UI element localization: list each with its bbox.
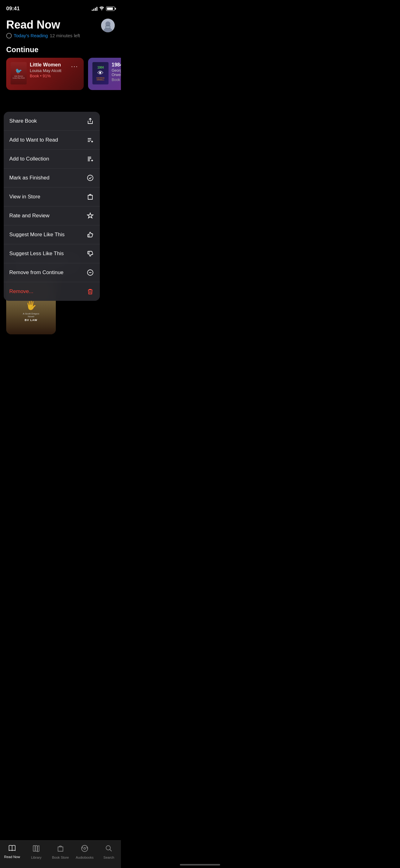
add-to-list-icon xyxy=(86,136,94,144)
more-options-button[interactable]: ··· xyxy=(70,62,79,70)
continue-section-title: Continue xyxy=(0,42,121,58)
checkmark-circle-icon xyxy=(86,174,94,182)
context-menu-label-mark-finished: Mark as Finished xyxy=(9,175,49,181)
context-menu-item-want-to-read[interactable]: Add to Want to Read xyxy=(4,131,100,150)
battery-icon xyxy=(106,6,115,11)
book-card-header-lw: 🐦 Little WomenLouisa May Alcott Little W… xyxy=(10,62,79,85)
context-menu-item-suggest-less[interactable]: Suggest Less Like This xyxy=(4,244,100,263)
star-icon xyxy=(86,212,94,220)
bag-icon xyxy=(86,193,94,201)
reading-goal-time: 12 minutes left xyxy=(49,33,80,38)
little-women-cover-art: 🐦 xyxy=(15,68,22,74)
thumbs-up-icon xyxy=(86,231,94,239)
context-menu-item-mark-finished[interactable]: Mark as Finished xyxy=(4,168,100,187)
book-author-little-women: Louisa May Alcott xyxy=(30,68,67,73)
book-title-little-women: Little Women xyxy=(30,62,67,68)
book-card-header-1984: 1984 👁 GEORGEORWELL 1984 George Orwell B… xyxy=(92,62,121,85)
trash-icon xyxy=(86,287,94,296)
book-card-little-women[interactable]: 🐦 Little WomenLouisa May Alcott Little W… xyxy=(6,58,84,90)
context-menu-label-remove: Remove... xyxy=(9,288,33,294)
add-collection-icon xyxy=(86,155,94,163)
book-cover-little-women: 🐦 Little WomenLouisa May Alcott xyxy=(10,62,27,85)
reading-goal: Today's Reading 12 minutes left xyxy=(6,33,80,38)
book-card-1984[interactable]: 1984 👁 GEORGEORWELL 1984 George Orwell B… xyxy=(88,58,121,90)
context-menu-label-share: Share Book xyxy=(9,118,37,124)
context-menu-item-view-store[interactable]: View in Store xyxy=(4,187,100,207)
status-bar: 09:41 xyxy=(0,0,121,16)
status-time: 09:41 xyxy=(6,6,20,12)
status-icons xyxy=(92,6,115,11)
header: Read Now Today's Reading 12 minutes left xyxy=(0,16,121,42)
avatar[interactable] xyxy=(101,19,115,32)
wifi-icon xyxy=(99,6,104,11)
header-left: Read Now Today's Reading 12 minutes left xyxy=(6,19,80,38)
context-menu-item-share[interactable]: Share Book xyxy=(4,112,100,131)
minus-circle-icon xyxy=(86,269,94,277)
thumbs-down-icon xyxy=(86,250,94,258)
context-menu-label-want-to-read: Add to Want to Read xyxy=(9,137,58,143)
book-info-1984: 1984 George Orwell Book • 31% xyxy=(112,62,121,82)
book-title-1984: 1984 xyxy=(112,62,121,68)
context-menu-label-rate-review: Rate and Review xyxy=(9,213,49,219)
book-info-lw: Little Women Louisa May Alcott Book • 91… xyxy=(30,62,67,78)
svg-point-17 xyxy=(88,175,93,181)
book-author-1984: George Orwell xyxy=(112,68,121,77)
share-icon xyxy=(86,117,94,125)
page-title: Read Now xyxy=(6,19,80,31)
context-menu-item-suggest-more[interactable]: Suggest More Like This xyxy=(4,225,100,244)
reading-goal-label: Today's Reading xyxy=(14,33,48,38)
signal-icon xyxy=(92,6,97,11)
svg-point-0 xyxy=(101,10,102,10)
context-menu-label-suggest-more: Suggest More Like This xyxy=(9,231,65,238)
context-menu-item-rate-review[interactable]: Rate and Review xyxy=(4,207,100,225)
books-row: 🐦 Little WomenLouisa May Alcott Little W… xyxy=(0,58,121,90)
goal-circle-icon xyxy=(6,33,12,38)
context-menu: Share Book Add to Want to Read Add to Co… xyxy=(4,112,100,301)
context-menu-label-remove-continue: Remove from Continue xyxy=(9,270,64,276)
context-menu-item-remove-continue[interactable]: Remove from Continue xyxy=(4,263,100,282)
context-menu-item-add-collection[interactable]: Add to Collection xyxy=(4,150,100,168)
svg-rect-5 xyxy=(106,26,110,28)
book-meta-1984: Book • 31% xyxy=(112,78,121,82)
book-meta-little-women: Book • 91% xyxy=(30,73,67,78)
book-cover-1984: 1984 👁 GEORGEORWELL xyxy=(92,62,108,85)
context-menu-label-add-collection: Add to Collection xyxy=(9,156,49,162)
context-menu-label-suggest-less: Suggest Less Like This xyxy=(9,251,64,257)
context-menu-item-remove[interactable]: Remove... xyxy=(4,282,100,301)
context-menu-label-view-store: View in Store xyxy=(9,194,40,200)
